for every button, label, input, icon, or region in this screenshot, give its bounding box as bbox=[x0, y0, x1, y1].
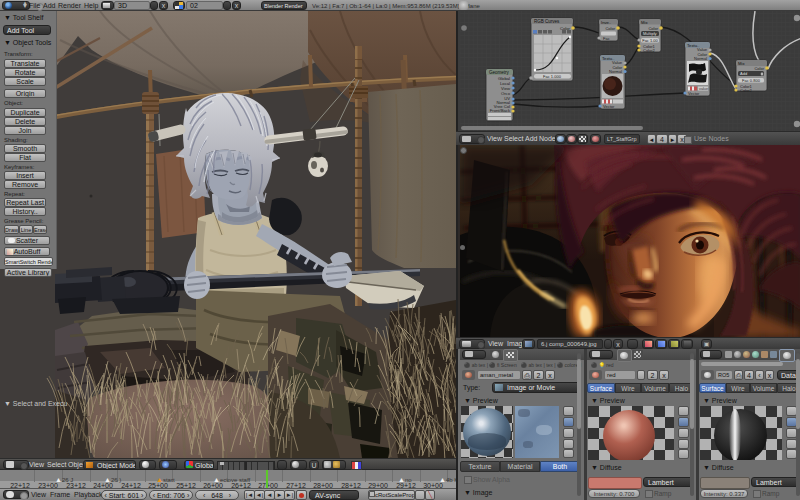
svg-text:Vector: Vector bbox=[688, 91, 700, 96]
svg-text:Mix: Mix bbox=[641, 20, 648, 25]
svg-text:Color: Color bbox=[754, 66, 764, 71]
svg-text:Vector: Vector bbox=[603, 104, 615, 109]
svg-text:Color: Color bbox=[560, 26, 571, 31]
svg-text:Color2: Color2 bbox=[740, 88, 753, 93]
svg-text:Color: Color bbox=[605, 26, 615, 31]
svg-text:Add: Add bbox=[740, 71, 747, 76]
svg-text:Mix: Mix bbox=[738, 61, 745, 66]
svg-text:value: value bbox=[699, 87, 708, 91]
svg-text:RGB Curves: RGB Curves bbox=[534, 19, 560, 24]
svg-text:Color2: Color2 bbox=[643, 48, 656, 53]
svg-text:Normal: Normal bbox=[694, 56, 707, 61]
svg-text:Fac 1.00: Fac 1.00 bbox=[642, 38, 658, 43]
svg-text:Multiply: Multiply bbox=[643, 31, 657, 36]
svg-text:Geometry: Geometry bbox=[489, 70, 510, 75]
svg-text:Inve..: Inve.. bbox=[601, 20, 611, 25]
svg-text:Front/Back: Front/Back bbox=[490, 108, 511, 113]
svg-text:Fac 0.800: Fac 0.800 bbox=[742, 78, 761, 83]
svg-text:Normal: Normal bbox=[609, 69, 622, 74]
svg-text:Fac: Fac bbox=[603, 36, 610, 41]
svg-text:Fac 1.000: Fac 1.000 bbox=[543, 74, 562, 79]
